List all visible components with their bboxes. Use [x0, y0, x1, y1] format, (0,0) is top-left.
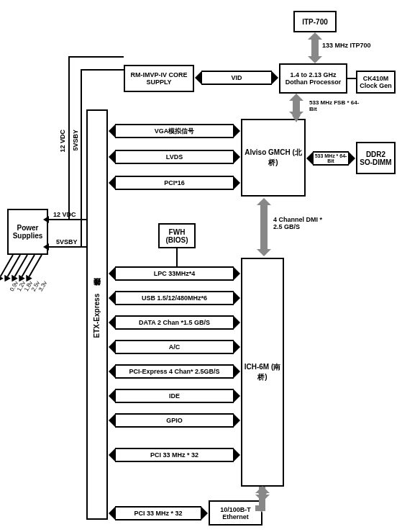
etx-5vsby-v [81, 69, 82, 248]
lpc-bus: LPC 33MHz*4 [115, 266, 234, 281]
vga-bus: VGA模拟信号 [115, 124, 234, 138]
etx-express-block: ETX-Express 连接器 [86, 109, 108, 520]
ddr-bus: 533 MHz * 64-Bit [313, 151, 349, 166]
fwh-bios-block: FWH (BIOS) [158, 223, 196, 248]
svg-marker-0 [258, 487, 267, 494]
pwr-out-4 [29, 255, 42, 277]
pcie4-bus: PCI-Express 4 Chan* 2.5GB/S [115, 364, 234, 379]
itp-link-arrow [311, 40, 319, 56]
etx-label: ETX-Express 连接器 [92, 292, 102, 338]
ich6m-block: ICH-6M (南桥) [241, 258, 284, 487]
gpio-bus: GPIO [115, 413, 234, 428]
svg-rect-3 [293, 99, 299, 117]
etx-5vsby-label: 5VSBY [72, 130, 79, 151]
ethernet-block: 10/100B-T Ethernet [209, 500, 262, 526]
etx-5vsby-h1 [81, 69, 124, 71]
ck410m-block: CK410M Clock Gen [356, 71, 396, 94]
ddr2-block: DDR2 SO-DIMM [356, 142, 396, 174]
pwr-5vsby-label: 5VSBY [56, 238, 78, 245]
svg-marker-1 [255, 504, 262, 513]
pci33a-bus: PCI 33 MHz * 32 [115, 448, 234, 462]
ck-dothan-line [347, 78, 356, 79]
ide-bus: IDE [115, 389, 234, 403]
etx-5vsby-h2 [81, 246, 88, 248]
eth-ich-connector [255, 487, 277, 515]
pci16-bus: PCI*16 [115, 176, 234, 190]
svg-marker-4 [292, 115, 301, 122]
etx-12vdc-v [68, 56, 70, 220]
pwr-out-2 [14, 255, 28, 277]
rm-imvp-block: RM-IMVP-IV CORE SUPPLY [124, 65, 194, 92]
power-supplies-block: Power Supplies [7, 209, 48, 255]
pwr-out-1 [7, 255, 21, 277]
dmi-arrow [260, 205, 268, 249]
itp-link-label: 133 MHz ITP700 [322, 42, 371, 49]
etx-12vdc-h2 [68, 219, 88, 220]
fsb-label: 533 MHz FSB * 64-Bit [309, 99, 360, 112]
etx-12vdc-h1 [68, 56, 124, 58]
vid-bus: VID [201, 71, 272, 85]
fwh-lpc-line [176, 248, 178, 266]
itp700-block: ITP-700 [293, 11, 337, 32]
pwr-5vsby-arrow [43, 243, 49, 251]
etx-12vdc-label: 12 VDC [59, 130, 66, 153]
dothan-block: 1.4 to 2.13 GHz Dothan Processor [279, 63, 347, 94]
data2-bus: DATA 2 Chan *1.5 GB/S [115, 315, 234, 330]
pwr-12vdc-label: 12 VDC [53, 211, 76, 218]
gmch-block: Alviso GMCH (北桥) [241, 119, 306, 197]
ac-bus: A/C [115, 340, 234, 354]
pci33b-bus: PCI 33 MHz * 32 [115, 506, 201, 520]
etx-top-stub [96, 109, 97, 111]
dmi-label: 4 Channel DMI * 2.5 GB/S [273, 216, 331, 230]
fsb-connector [288, 94, 316, 122]
pwr-out-3 [22, 255, 35, 277]
usb-bus: USB 1.5/12/480MHz*6 [115, 291, 234, 305]
pwr-out-0 [0, 255, 14, 277]
pwr-12vdc-arrow [43, 216, 49, 223]
lvds-bus: LVDS [115, 150, 234, 164]
